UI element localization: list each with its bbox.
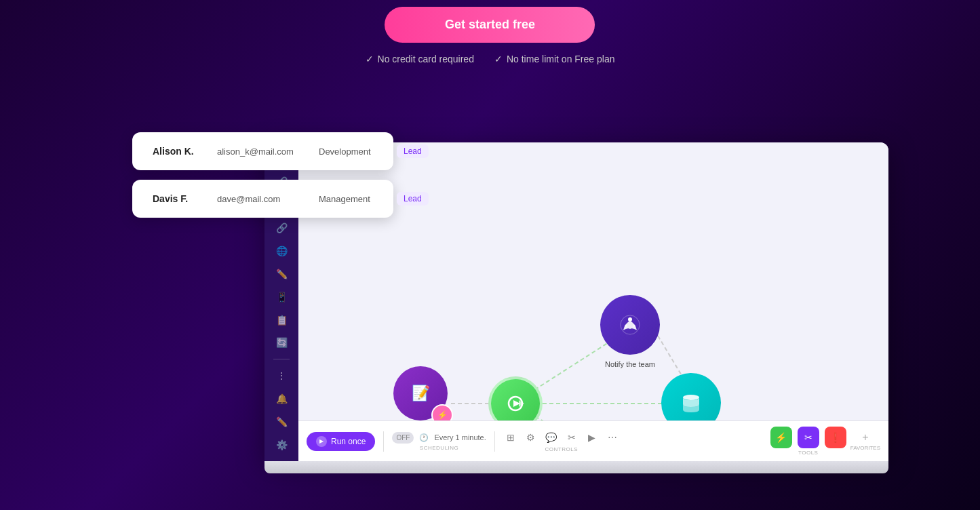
control-icon-5[interactable]: ▶: [585, 430, 600, 445]
contact-card-alison: Alison K. alison_k@mail.com Development …: [132, 132, 393, 170]
favorites-button[interactable]: + FAVORITES: [850, 431, 880, 451]
contact-email-davis: dave@mail.com: [217, 194, 298, 204]
toolbar-divider-1: [383, 431, 384, 452]
contact-badge-davis: Lead: [397, 192, 429, 205]
clock-icon: 🕐: [419, 433, 429, 442]
run-once-button[interactable]: ▶ Run once: [307, 432, 375, 451]
contact-name-davis: Davis F.: [153, 193, 197, 204]
sidebar-icon-more[interactable]: ⋮: [271, 366, 292, 385]
run-once-label: Run once: [331, 437, 366, 446]
cta-subtext: ✓ No credit card required ✓ No time limi…: [366, 54, 615, 64]
control-icons: ⊞ ⚙ 💬 ✂ ▶ ⋯: [503, 430, 620, 445]
toolbar-divider-2: [494, 431, 495, 452]
svg-point-10: [625, 325, 627, 328]
tools-group: ⚡ ✂ ❗ TOOLS: [770, 427, 846, 456]
sidebar-icon-settings[interactable]: ⚙️: [271, 435, 292, 454]
central-icon: [505, 393, 526, 414]
controls-section: ⊞ ⚙ 💬 ✂ ▶ ⋯ CONTROLS: [503, 430, 620, 452]
scheduling-controls: OFF 🕐 Every 1 minute.: [392, 432, 486, 444]
svg-point-9: [628, 317, 632, 321]
node-notify[interactable]: Notify the team: [600, 295, 660, 368]
svg-point-12: [683, 395, 699, 400]
play-icon: ▶: [316, 436, 327, 447]
laptop-base: [264, 461, 888, 473]
contact-dept-alison: Development: [319, 146, 376, 157]
sidebar-icon-sync[interactable]: 🔄: [271, 334, 292, 353]
tools-section: ⚡ ✂ ❗ TOOLS + FAVORITES: [770, 427, 880, 456]
contact-badge-alison: Lead: [397, 144, 429, 158]
contact-dept-davis: Management: [319, 194, 376, 204]
control-icon-1[interactable]: ⊞: [503, 430, 518, 445]
contact-email-alison: alison_k@mail.com: [217, 146, 298, 157]
tools-label: TOOLS: [798, 450, 818, 456]
cta-section: Get started free ✓ No credit card requir…: [366, 7, 615, 64]
control-icon-2[interactable]: ⚙: [524, 430, 538, 445]
control-icon-3[interactable]: 💬: [544, 430, 559, 445]
notify-label: Notify the team: [605, 360, 655, 368]
sidebar-divider: [273, 359, 290, 359]
sidebar-icon-pen[interactable]: ✏️: [271, 412, 292, 431]
scheduling-label: SCHEDULING: [420, 445, 458, 451]
no-credit-card-text: ✓ No credit card required: [366, 54, 474, 64]
contact-cards: Alison K. alison_k@mail.com Development …: [132, 132, 393, 227]
schedule-text: Every 1 minute.: [434, 433, 486, 442]
check-icon-1: ✓: [366, 54, 374, 64]
sidebar-icon-list[interactable]: 📋: [271, 311, 292, 330]
tool-buttons: ⚡ ✂ ❗: [770, 427, 846, 448]
get-started-button[interactable]: Get started free: [385, 7, 595, 43]
contact-card-davis: Davis F. dave@mail.com Management Lead: [132, 180, 393, 218]
control-icon-4[interactable]: ✂: [564, 430, 579, 445]
sidebar-icon-mobile[interactable]: 📱: [271, 288, 292, 307]
contact-name-alison: Alison K.: [153, 146, 197, 157]
sidebar-icon-globe[interactable]: 🌐: [271, 241, 292, 260]
tool-green-button[interactable]: ⚡: [770, 427, 792, 448]
sidebar-icon-bell[interactable]: 🔔: [271, 389, 292, 408]
svg-point-11: [633, 325, 635, 328]
tool-purple-button[interactable]: ✂: [798, 427, 819, 448]
no-time-limit-text: ✓ No time limit on Free plan: [494, 54, 615, 64]
notify-icon: [618, 313, 642, 337]
tool-red-button[interactable]: ❗: [825, 427, 846, 448]
fill-form-icon: 📝: [412, 385, 430, 402]
check-icon-2: ✓: [494, 54, 503, 64]
sidebar-icon-edit[interactable]: ✏️: [271, 264, 292, 283]
favorites-plus-icon: +: [862, 431, 868, 444]
scheduling-section: OFF 🕐 Every 1 minute. SCHEDULING: [392, 432, 486, 451]
create-record-icon: [679, 391, 703, 415]
favorites-label: FAVORITES: [850, 445, 880, 451]
control-icon-more[interactable]: ⋯: [605, 430, 620, 445]
schedule-toggle[interactable]: OFF: [392, 432, 414, 444]
controls-label: CONTROLS: [545, 446, 578, 452]
bottom-toolbar: ▶ Run once OFF 🕐 Every 1 minute. SCHEDUL…: [298, 420, 888, 461]
